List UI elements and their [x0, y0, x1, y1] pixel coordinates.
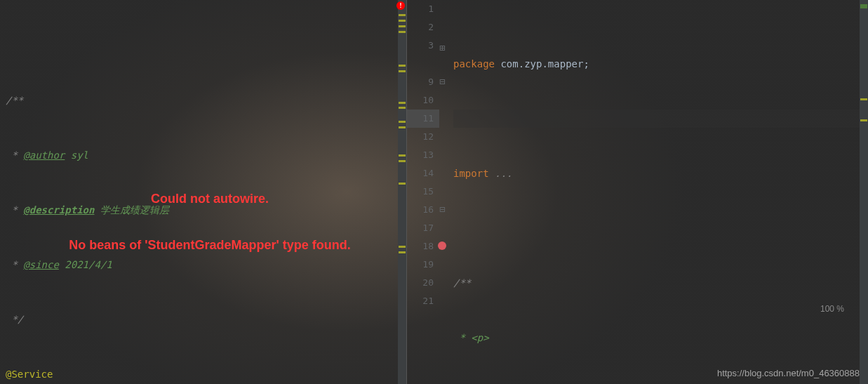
- watermark-text: https://blog.csdn.net/m0_46360888: [717, 368, 860, 378]
- editor-left-pane: /** * @author syl * @description 学生成绩逻辑层…: [0, 0, 407, 384]
- right-line-numbers: 1 2 3 9 10 11 12 13 14 15 16 17 18 19 20…: [407, 0, 439, 384]
- fold-minus-icon[interactable]: ⊟: [439, 204, 445, 215]
- right-minimap[interactable]: [860, 0, 868, 384]
- zoom-level: 100 %: [820, 304, 844, 314]
- breakpoint-icon[interactable]: [438, 241, 446, 250]
- fold-minus-icon[interactable]: ⊟: [439, 76, 445, 87]
- error-indicator-icon[interactable]: !: [396, 1, 405, 10]
- fold-plus-icon[interactable]: ⊞: [439, 42, 445, 53]
- left-code-area[interactable]: /** * @author syl * @description 学生成绩逻辑层…: [0, 0, 406, 384]
- javadoc-open: /**: [6, 91, 406, 110]
- right-code-area[interactable]: package com.zyp.mapper; import ... /** *…: [453, 0, 868, 384]
- left-minimap[interactable]: [398, 0, 406, 384]
- right-gutter: ⊞ ⊟ ⊟: [439, 0, 453, 384]
- editor-right-pane: 1 2 3 9 10 11 12 13 14 15 16 17 18 19 20…: [407, 0, 868, 384]
- autowire-error-overlay: Could not autowire. No beans of 'Student…: [38, 160, 382, 284]
- service-annotation: @Service: [6, 369, 53, 380]
